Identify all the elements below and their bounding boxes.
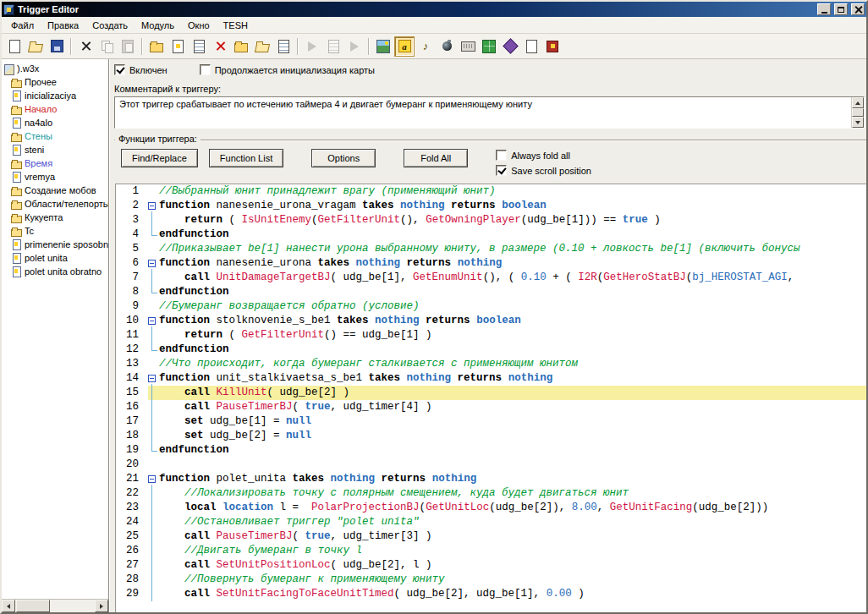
code-line[interactable]: 11 return ( GetFilterUnit() == udg_be[1]… xyxy=(116,328,866,343)
code-line[interactable]: 24 //Остановливает триггер "polet unita" xyxy=(116,515,866,529)
open-category-button[interactable] xyxy=(252,36,272,57)
scroll-down-button[interactable] xyxy=(852,117,864,128)
tree-item-category[interactable]: Кукуепта xyxy=(2,211,108,224)
scroll-track[interactable] xyxy=(852,108,864,117)
options-button[interactable]: Options xyxy=(311,149,376,167)
object-editor-button[interactable] xyxy=(437,36,457,57)
delete-button[interactable] xyxy=(210,36,230,57)
fold-collapse-icon[interactable] xyxy=(148,202,156,210)
code-line[interactable]: 7 call UnitDamageTargetBJ( udg_be[1], Ge… xyxy=(116,271,866,285)
trigger-viewer-button[interactable] xyxy=(521,36,541,57)
import-manager-button[interactable] xyxy=(542,36,563,57)
tree-item-trigger[interactable]: primenenie sposobno xyxy=(2,238,108,251)
code-line[interactable]: 16 call PauseTimerBJ( true, udg_timer[4]… xyxy=(116,400,866,414)
code-line[interactable]: 2function nanesenie_urona_vragam takes n… xyxy=(116,199,866,213)
sound-editor-button[interactable]: ♪ xyxy=(415,36,436,57)
code-line[interactable]: 28 //Повернуть бумеранг к применяющему ю… xyxy=(116,573,866,587)
tree-item-map[interactable]: ).w3x xyxy=(2,62,108,75)
menu-item-2[interactable]: Создать xyxy=(85,18,135,33)
find-replace-button[interactable]: Find/Replace xyxy=(121,149,198,167)
terrain-editor-button[interactable] xyxy=(373,36,393,57)
code-line[interactable]: 18 set udg_be[2] = null xyxy=(116,429,866,443)
scroll-thumb[interactable] xyxy=(852,108,864,117)
tree-item-category[interactable]: Начало xyxy=(2,102,108,116)
code-line[interactable]: 26 //Двигать бумеранг в точку l xyxy=(116,544,866,558)
map-init-checkbox[interactable]: Продолжается инициализация карты xyxy=(200,64,375,75)
menu-item-1[interactable]: Правка xyxy=(41,18,85,33)
comment-vertical-scrollbar[interactable] xyxy=(851,97,864,128)
enabled-checkbox[interactable]: Включен xyxy=(114,64,168,75)
minimize-button[interactable] xyxy=(817,3,831,15)
fold-collapse-icon[interactable] xyxy=(148,260,156,267)
scroll-up-button[interactable] xyxy=(852,97,864,108)
title-bar[interactable]: Trigger Editor xyxy=(2,2,866,17)
new-trigger-button[interactable] xyxy=(168,36,188,57)
fold-collapse-icon[interactable] xyxy=(148,375,156,382)
maximize-button[interactable] xyxy=(834,3,848,15)
code-line[interactable]: 29 call SetUnitFacingToFaceUnitTimed( ud… xyxy=(116,587,866,601)
code-line[interactable]: 13//Что происходит, когда бумеранг сталк… xyxy=(116,357,866,371)
code-line[interactable]: 9//Бумеранг возвращается обратно (услови… xyxy=(116,299,866,314)
save-scroll-position-checkbox-box[interactable] xyxy=(496,165,507,176)
menu-item-5[interactable]: TESH xyxy=(217,18,255,33)
code-line[interactable]: 10function stolknovenie_s_be1 takes noth… xyxy=(116,314,866,328)
code-line[interactable]: 23 local location l = PolarProjectionBJ(… xyxy=(116,501,866,515)
tree-horizontal-scrollbar[interactable] xyxy=(2,599,108,612)
tree-item-trigger[interactable]: vremya xyxy=(2,170,108,184)
tree-item-category[interactable]: Прочее xyxy=(2,75,108,89)
new-folder-button[interactable] xyxy=(231,36,251,57)
script-editor[interactable]: 1//Выбранный юнит принадлежит врагу (при… xyxy=(115,184,866,612)
tree-item-category[interactable]: Области/телепорты xyxy=(2,197,108,211)
code-line[interactable]: 1//Выбранный юнит принадлежит врагу (при… xyxy=(116,184,866,199)
function-list-button[interactable]: Function List xyxy=(209,149,283,167)
object-manager-button[interactable] xyxy=(500,36,520,57)
menu-item-0[interactable]: Файл xyxy=(4,18,41,33)
tree-item-trigger[interactable]: na4alo xyxy=(2,116,108,129)
code-line[interactable]: 3 return ( IsUnitEnemy(GetFilterUnit(), … xyxy=(116,213,866,228)
tree-item-category[interactable]: Создание мобов xyxy=(2,184,108,197)
tree-item-category[interactable]: Стены xyxy=(2,129,108,143)
code-line[interactable]: 8endfunction xyxy=(116,285,866,299)
campaign-editor-button[interactable] xyxy=(479,36,499,57)
scroll-right-button[interactable] xyxy=(95,600,108,612)
tree-item-category[interactable]: Время xyxy=(2,156,108,170)
code-line[interactable]: 15 call KillUnit( udg_be[2] ) xyxy=(116,386,866,400)
code-line[interactable]: 25 call PauseTimerBJ( true, udg_timer[3]… xyxy=(116,529,866,544)
scroll-left-button[interactable] xyxy=(2,600,15,612)
code-line[interactable]: 20 xyxy=(116,458,866,472)
scroll-track[interactable] xyxy=(15,600,95,612)
close-button[interactable] xyxy=(851,3,865,15)
always-fold-all-checkbox-box[interactable] xyxy=(496,150,507,161)
code-line[interactable]: 12endfunction xyxy=(116,343,866,357)
new-map-button[interactable] xyxy=(4,36,25,57)
save-scroll-position-checkbox[interactable]: Save scroll position xyxy=(496,165,591,176)
tree-item-category[interactable]: Tc xyxy=(2,224,108,238)
menu-item-4[interactable]: Окно xyxy=(181,18,217,33)
enabled-checkbox-box[interactable] xyxy=(114,64,125,75)
code-line[interactable]: 21function polet_unita takes nothing ret… xyxy=(116,472,866,486)
tree-item-trigger[interactable]: polet unita xyxy=(2,251,108,265)
code-line[interactable]: 17 set udg_be[1] = null xyxy=(116,414,866,429)
code-line[interactable]: 27 call SetUnitPositionLoc( udg_be[2], l… xyxy=(116,558,866,573)
ai-editor-button[interactable] xyxy=(458,36,478,57)
fold-collapse-icon[interactable] xyxy=(148,475,156,483)
menu-item-3[interactable]: Модуль xyxy=(135,18,181,33)
tree-item-trigger[interactable]: inicializaciya xyxy=(2,89,108,102)
code-line[interactable]: 5//Приказывает be[1] нанести урона выбра… xyxy=(116,242,866,256)
code-line[interactable]: 4endfunction xyxy=(116,228,866,242)
code-line[interactable]: 14function unit_stalkivaetsa_s_be1 takes… xyxy=(116,371,866,386)
code-line[interactable]: 6function nanesenie_urona takes nothing … xyxy=(116,256,866,271)
new-category-button[interactable] xyxy=(146,36,167,57)
always-fold-all-checkbox[interactable]: Always fold all xyxy=(496,150,570,161)
export-script-button[interactable] xyxy=(273,36,294,57)
fold-collapse-icon[interactable] xyxy=(148,317,156,325)
code-line[interactable]: 19endfunction xyxy=(116,443,866,458)
fold-all-button[interactable]: Fold All xyxy=(404,149,468,167)
scroll-thumb[interactable] xyxy=(16,600,50,612)
cut-button[interactable] xyxy=(75,36,96,57)
open-map-button[interactable] xyxy=(25,36,46,57)
map-init-checkbox-box[interactable] xyxy=(200,64,211,75)
save-map-button[interactable] xyxy=(47,36,67,57)
trigger-comment-input[interactable]: Этот триггер срабатывает по истечению та… xyxy=(115,97,851,128)
trigger-editor-button[interactable]: a xyxy=(394,36,415,57)
